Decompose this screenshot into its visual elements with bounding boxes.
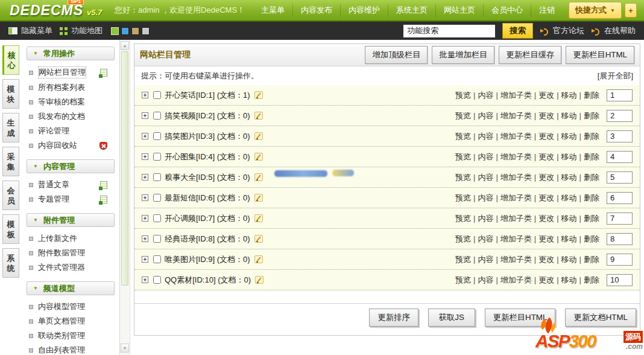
action-content[interactable]: 内容: [471, 90, 493, 101]
sidebar-item-attachment-data[interactable]: 附件数据管理: [22, 246, 119, 260]
sort-input[interactable]: [607, 171, 633, 184]
row-checkbox[interactable]: [153, 255, 161, 263]
action-add-child[interactable]: 增加子类: [493, 131, 531, 142]
scrollbar-thumb[interactable]: [121, 51, 128, 286]
quick-access-button[interactable]: 快捷方式 ▼: [569, 2, 622, 19]
top-menu-site-home[interactable]: 网站主页: [435, 4, 483, 17]
action-preview[interactable]: 预览: [455, 172, 471, 183]
edit-note-icon[interactable]: [254, 173, 263, 181]
action-delete[interactable]: 删除: [577, 234, 599, 245]
action-preview[interactable]: 预览: [455, 213, 471, 224]
add-shortcut-button[interactable]: +: [625, 3, 637, 18]
action-move[interactable]: 移动: [554, 275, 576, 286]
action-move[interactable]: 移动: [554, 172, 576, 183]
action-delete[interactable]: 删除: [577, 213, 599, 224]
sidebar-item-topic-management[interactable]: 专题管理: [22, 192, 119, 206]
top-menu-member-center[interactable]: 会员中心: [483, 4, 531, 17]
row-checkbox[interactable]: [153, 132, 161, 140]
theme-swatch-blue[interactable]: [121, 27, 129, 35]
theme-swatch-tan[interactable]: [131, 27, 139, 35]
action-modify[interactable]: 更改: [532, 254, 554, 265]
expand-plus-icon[interactable]: [142, 235, 148, 242]
tab-generate[interactable]: 生成: [2, 113, 19, 142]
sort-input[interactable]: [607, 110, 633, 122]
edit-note-icon[interactable]: [254, 214, 263, 222]
edit-note-icon[interactable]: [254, 255, 263, 263]
tab-system[interactable]: 系统: [2, 248, 19, 278]
official-forum-link[interactable]: 官方论坛: [540, 25, 584, 36]
sort-input[interactable]: [607, 233, 633, 245]
sort-input[interactable]: [607, 151, 633, 163]
top-menu-maintain[interactable]: 内容维护: [340, 4, 388, 17]
action-add-child[interactable]: 增加子类: [493, 90, 531, 101]
action-add-child[interactable]: 增加子类: [493, 110, 531, 121]
action-content[interactable]: 内容: [471, 275, 493, 286]
edit-note-icon[interactable]: [254, 91, 263, 99]
top-menu-system-home[interactable]: 系统主页: [388, 4, 435, 17]
add-top-category-button[interactable]: 增加顶级栏目: [365, 46, 428, 64]
top-menu-main[interactable]: 主菜单: [253, 4, 292, 17]
sidebar-item-file-manager[interactable]: 文件式管理器: [22, 260, 119, 275]
action-delete[interactable]: 删除: [577, 172, 599, 183]
expand-plus-icon[interactable]: [142, 277, 148, 283]
sidebar-item-linkage-category[interactable]: 联动类别管理: [22, 328, 119, 343]
action-content[interactable]: 内容: [471, 172, 493, 183]
action-add-child[interactable]: 增加子类: [493, 193, 531, 203]
sidebar-section-attachment-management[interactable]: ▼ 附件管理: [27, 213, 115, 227]
sidebar-item-my-documents[interactable]: 我发布的文档: [22, 109, 119, 124]
action-modify[interactable]: 更改: [532, 152, 554, 162]
action-add-child[interactable]: 增加子类: [493, 275, 531, 286]
action-modify[interactable]: 更改: [532, 193, 554, 203]
action-preview[interactable]: 预览: [455, 275, 471, 286]
tab-member[interactable]: 会员: [2, 181, 19, 210]
sort-input[interactable]: [607, 213, 633, 225]
hide-menu-button[interactable]: 隐藏菜单: [8, 25, 52, 36]
row-checkbox[interactable]: [153, 173, 161, 181]
edit-note-icon[interactable]: [254, 235, 263, 243]
action-add-child[interactable]: 增加子类: [493, 172, 531, 183]
row-checkbox[interactable]: [153, 153, 161, 161]
action-preview[interactable]: 预览: [455, 152, 471, 162]
action-content[interactable]: 内容: [471, 110, 493, 121]
sidebar-section-content-management[interactable]: ▼ 内容管理: [27, 159, 115, 173]
action-preview[interactable]: 预览: [455, 254, 471, 265]
top-menu-publish[interactable]: 内容发布: [292, 4, 340, 17]
action-modify[interactable]: 更改: [532, 172, 554, 183]
action-preview[interactable]: 预览: [455, 234, 471, 245]
sidebar-item-website-categories[interactable]: 网站栏目管理: [22, 65, 119, 80]
action-add-child[interactable]: 增加子类: [493, 152, 531, 162]
action-move[interactable]: 移动: [554, 234, 576, 245]
sidebar-item-pending-archives[interactable]: 等审核的档案: [22, 95, 119, 109]
scroll-down-icon[interactable]: ▼: [121, 344, 129, 353]
action-modify[interactable]: 更改: [532, 213, 554, 224]
sort-input[interactable]: [607, 130, 633, 142]
expand-plus-icon[interactable]: [142, 256, 148, 263]
theme-swatch-green[interactable]: [111, 27, 119, 35]
tab-template[interactable]: 模板: [2, 214, 19, 244]
action-content[interactable]: 内容: [471, 152, 493, 162]
tab-core[interactable]: 核心: [2, 45, 19, 75]
search-button[interactable]: 搜索: [502, 23, 533, 39]
row-checkbox[interactable]: [153, 214, 161, 222]
sidebar-item-all-archives[interactable]: 所有档案列表: [22, 80, 119, 95]
sort-input[interactable]: [607, 274, 633, 286]
update-category-cache-button[interactable]: 更新栏目缓存: [499, 46, 561, 64]
action-modify[interactable]: 更改: [532, 90, 554, 101]
row-checkbox[interactable]: [153, 194, 161, 202]
action-delete[interactable]: 删除: [577, 131, 599, 142]
update-category-html-button[interactable]: 更新栏目HTML: [566, 46, 634, 64]
expand-all-link[interactable]: [展开全部]: [598, 71, 633, 82]
action-content[interactable]: 内容: [471, 254, 493, 265]
action-move[interactable]: 移动: [554, 152, 576, 162]
action-modify[interactable]: 更改: [532, 131, 554, 142]
expand-plus-icon[interactable]: [142, 112, 148, 119]
action-content[interactable]: 内容: [471, 131, 493, 142]
action-move[interactable]: 移动: [554, 110, 576, 121]
expand-plus-icon[interactable]: [142, 92, 148, 98]
action-modify[interactable]: 更改: [532, 275, 554, 286]
sidebar-item-normal-article[interactable]: 普通文章: [22, 177, 119, 192]
edit-note-icon[interactable]: [254, 112, 263, 120]
action-preview[interactable]: 预览: [455, 131, 471, 142]
action-move[interactable]: 移动: [554, 254, 576, 265]
row-checkbox[interactable]: [153, 112, 161, 120]
